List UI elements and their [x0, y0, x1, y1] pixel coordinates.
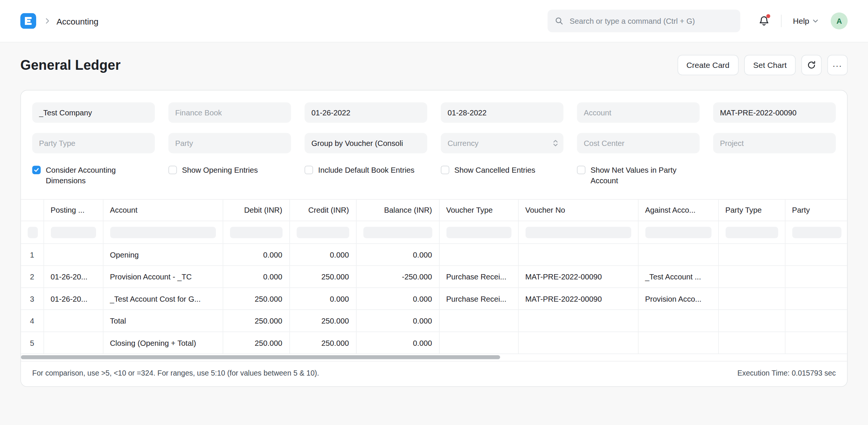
checkbox-consider-accounting-dimensions[interactable]: Consider Accounting Dimensions: [32, 165, 155, 187]
cell-balance: 0.000: [356, 332, 439, 354]
create-card-button[interactable]: Create Card: [677, 55, 738, 75]
cell-debit: 0.000: [223, 244, 289, 266]
cell-balance: -250.000: [356, 266, 439, 288]
column-filter-input[interactable]: [525, 227, 631, 238]
global-search[interactable]: [548, 10, 741, 32]
execution-time: Execution Time: 0.015793 sec: [737, 369, 836, 377]
to-date-filter[interactable]: [441, 103, 564, 123]
report-card: Group by Voucher (Consoli Currency: [20, 90, 848, 387]
filter-hint-text: For comparison, use >5, <10 or =324. For…: [32, 369, 319, 377]
row-index: 3: [21, 288, 44, 310]
cell-account: Total: [103, 310, 223, 332]
table-row: 3 01-26-20... _Test Account Cost for G..…: [21, 288, 848, 310]
help-menu[interactable]: Help: [793, 17, 818, 26]
cell-credit: 0.000: [289, 288, 356, 310]
column-filter-input[interactable]: [230, 227, 283, 238]
cell-voucher-no: MAT-PRE-2022-00090: [518, 288, 638, 310]
column-header-account[interactable]: Account: [103, 199, 223, 221]
column-header-voucher-type[interactable]: Voucher Type: [439, 199, 518, 221]
horizontal-scrollbar: [21, 354, 847, 361]
cell-voucher-no: [518, 310, 638, 332]
cell-party-type: [718, 332, 785, 354]
project-filter[interactable]: [713, 133, 836, 153]
column-filter-input[interactable]: [446, 227, 511, 238]
cell-debit: 250.000: [223, 288, 289, 310]
column-header-posting-date[interactable]: Posting ...: [44, 199, 103, 221]
voucher-no-filter[interactable]: [713, 103, 836, 123]
help-label: Help: [793, 17, 809, 26]
avatar[interactable]: A: [831, 12, 848, 29]
refresh-button[interactable]: [801, 55, 822, 75]
menu-button[interactable]: ...: [827, 55, 848, 75]
cell-posting-date: 01-26-20...: [44, 288, 103, 310]
company-filter[interactable]: [32, 103, 155, 123]
scrollbar-thumb[interactable]: [21, 355, 500, 359]
navbar: Accounting Help: [0, 0, 868, 43]
cell-voucher-no: MAT-PRE-2022-00090: [518, 266, 638, 288]
checkbox-show-opening-entries[interactable]: Show Opening Entries: [168, 165, 291, 176]
search-input[interactable]: [568, 16, 733, 26]
column-header-balance[interactable]: Balance (INR): [356, 199, 439, 221]
erpnext-logo-icon: [20, 13, 36, 29]
check-icon: [34, 167, 40, 173]
cost-center-filter[interactable]: [577, 133, 700, 153]
cell-balance: 0.000: [356, 244, 439, 266]
column-header-voucher-no[interactable]: Voucher No: [518, 199, 638, 221]
cell-voucher-type: [439, 332, 518, 354]
currency-select[interactable]: Currency: [441, 133, 564, 153]
cell-against-account: _Test Account ...: [638, 266, 718, 288]
cell-party: [785, 310, 848, 332]
party-type-filter[interactable]: [32, 133, 155, 153]
table-row-total: 4 Total 250.000 250.000 0.000: [21, 310, 848, 332]
set-chart-button[interactable]: Set Chart: [744, 55, 796, 75]
checkbox-unchecked-icon: [441, 166, 449, 175]
column-filter-input[interactable]: [50, 227, 96, 238]
cell-voucher-no: [518, 332, 638, 354]
cell-against-account: [638, 244, 718, 266]
cell-debit: 250.000: [223, 310, 289, 332]
checkbox-unchecked-icon: [305, 166, 313, 175]
search-icon: [555, 17, 563, 26]
header-row: Posting ... Account Debit (INR) Credit (…: [21, 199, 848, 221]
checkbox-checked-icon: [32, 166, 41, 175]
column-filter-input[interactable]: [645, 227, 711, 238]
column-filter-input[interactable]: [725, 227, 778, 238]
checkbox-show-net-values-in-party-account[interactable]: Show Net Values in Party Account: [577, 165, 700, 187]
cell-party: [785, 288, 848, 310]
cell-posting-date: [44, 310, 103, 332]
column-filter-input[interactable]: [296, 227, 349, 238]
currency-value: Currency: [448, 139, 478, 147]
report-filters: Group by Voucher (Consoli Currency: [21, 91, 847, 153]
cell-credit: 250.000: [289, 310, 356, 332]
party-filter[interactable]: [168, 133, 291, 153]
checkbox-label: Show Opening Entries: [182, 165, 258, 176]
breadcrumb[interactable]: Accounting: [57, 16, 98, 26]
notifications-button[interactable]: [758, 15, 770, 27]
erpnext-logo[interactable]: [20, 13, 36, 29]
column-filter-input[interactable]: [110, 227, 216, 238]
column-header-party[interactable]: Party: [785, 199, 848, 221]
table-row: 1 Opening 0.000 0.000 0.000: [21, 244, 848, 266]
ellipsis-icon: ...: [833, 59, 842, 71]
column-filter-input[interactable]: [363, 227, 432, 238]
column-filter-input[interactable]: [28, 227, 38, 238]
column-header-debit[interactable]: Debit (INR): [223, 199, 289, 221]
checkbox-include-default-book-entries[interactable]: Include Default Book Entries: [305, 165, 428, 176]
account-filter[interactable]: [577, 103, 700, 123]
cell-balance: 0.000: [356, 310, 439, 332]
column-header-against-account[interactable]: Against Acco...: [638, 199, 718, 221]
column-header-credit[interactable]: Credit (INR): [289, 199, 356, 221]
checkbox-show-cancelled-entries[interactable]: Show Cancelled Entries: [441, 165, 564, 176]
cell-voucher-no: [518, 244, 638, 266]
from-date-filter[interactable]: [305, 103, 428, 123]
finance-book-filter[interactable]: [168, 103, 291, 123]
cell-account: Provision Account - _TC: [103, 266, 223, 288]
column-header-party-type[interactable]: Party Type: [718, 199, 785, 221]
row-index: 4: [21, 310, 44, 332]
refresh-icon: [807, 61, 816, 70]
group-by-select[interactable]: Group by Voucher (Consoli: [305, 133, 428, 153]
breadcrumb-chevron-icon: [45, 18, 50, 25]
table-row-closing: 5 Closing (Opening + Total) 250.000 250.…: [21, 332, 848, 354]
column-filter-input[interactable]: [792, 227, 841, 238]
cell-against-account: Provision Acco...: [638, 288, 718, 310]
